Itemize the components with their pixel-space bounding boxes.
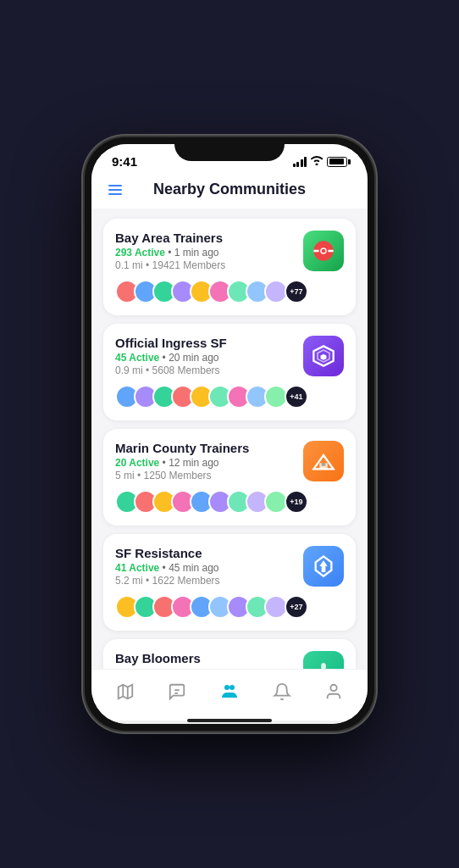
avatar-more-count: +41 bbox=[285, 385, 308, 409]
community-card-official-ingress-sf[interactable]: Official Ingress SF 45 Active • 20 min a… bbox=[103, 324, 356, 420]
time-ago: • 12 min ago bbox=[163, 457, 219, 469]
svg-point-21 bbox=[330, 685, 336, 691]
community-icon bbox=[303, 231, 344, 271]
members-line: 0.1 mi • 19421 Members bbox=[115, 259, 303, 271]
status-icons bbox=[293, 156, 348, 168]
page-title: Nearby Communities bbox=[153, 181, 306, 198]
nav-notifications[interactable] bbox=[263, 679, 301, 704]
avatar-row: +77 bbox=[115, 280, 344, 303]
active-line: 293 Active • 1 min ago bbox=[115, 247, 303, 259]
nav-profile[interactable] bbox=[314, 679, 353, 704]
active-count: 293 Active bbox=[115, 247, 165, 259]
bottom-nav bbox=[91, 669, 368, 721]
avatar-more-count: +19 bbox=[285, 490, 308, 514]
community-icon bbox=[303, 546, 344, 587]
phone-screen: 9:41 bbox=[91, 144, 368, 724]
community-name: Bay Area Trainers bbox=[115, 231, 303, 245]
nav-map[interactable] bbox=[106, 679, 145, 704]
battery-icon bbox=[327, 157, 347, 167]
svg-point-3 bbox=[322, 249, 326, 253]
members-line: 5 mi • 1250 Members bbox=[115, 470, 303, 481]
community-card-bay-area-trainers[interactable]: Bay Area Trainers 293 Active • 1 min ago… bbox=[103, 219, 356, 315]
content-area: Bay Area Trainers 293 Active • 1 min ago… bbox=[91, 209, 368, 669]
community-name: Official Ingress SF bbox=[115, 336, 303, 350]
community-name: SF Resistance bbox=[115, 546, 303, 560]
active-count: 41 Active bbox=[115, 562, 159, 574]
svg-point-19 bbox=[224, 685, 230, 690]
active-line: 41 Active • 45 min ago bbox=[115, 562, 303, 574]
svg-marker-6 bbox=[321, 354, 327, 360]
svg-point-20 bbox=[230, 685, 235, 690]
time-ago: • 20 min ago bbox=[163, 352, 219, 364]
signal-bars-icon bbox=[293, 157, 307, 167]
community-icon bbox=[303, 336, 344, 376]
community-icon bbox=[303, 651, 344, 669]
svg-marker-14 bbox=[119, 685, 133, 699]
svg-point-10 bbox=[321, 663, 326, 669]
community-icon bbox=[303, 441, 344, 481]
members-line: 0.9 mi • 5608 Members bbox=[115, 364, 303, 376]
avatar-row: +19 bbox=[115, 490, 344, 514]
time-ago: • 45 min ago bbox=[163, 562, 219, 574]
menu-button[interactable] bbox=[108, 185, 122, 195]
avatar-row: +41 bbox=[115, 385, 344, 409]
community-name: Marin County Trainers bbox=[115, 441, 303, 455]
community-card-marin-county-trainers[interactable]: Marin County Trainers 20 Active • 12 min… bbox=[103, 429, 356, 526]
community-card-bay-bloomers[interactable]: Bay Bloomers 19 Active • 1 hr ago 6.1 mi… bbox=[103, 639, 356, 669]
nav-chat[interactable] bbox=[158, 679, 196, 704]
wifi-icon bbox=[311, 156, 323, 168]
active-line: 20 Active • 12 min ago bbox=[115, 457, 303, 469]
active-count: 45 Active bbox=[115, 352, 159, 364]
community-card-sf-resistance[interactable]: SF Resistance 41 Active • 45 min ago 5.2… bbox=[103, 534, 356, 631]
home-indicator bbox=[91, 721, 368, 724]
active-line: 45 Active • 20 min ago bbox=[115, 352, 303, 364]
members-line: 5.2 mi • 1622 Members bbox=[115, 575, 303, 587]
active-count: 20 Active bbox=[115, 457, 159, 469]
app-header: Nearby Communities bbox=[91, 172, 368, 209]
time-ago: • 1 min ago bbox=[168, 247, 218, 259]
notch bbox=[174, 137, 285, 161]
avatar-more-count: +77 bbox=[285, 280, 308, 303]
community-name: Bay Bloomers bbox=[115, 651, 303, 665]
status-time: 9:41 bbox=[112, 154, 137, 169]
nav-community[interactable] bbox=[209, 678, 250, 705]
phone-frame: 9:41 bbox=[85, 137, 374, 731]
avatar-row: +27 bbox=[115, 595, 344, 619]
svg-rect-8 bbox=[322, 463, 326, 466]
avatar-more-count: +27 bbox=[285, 595, 308, 619]
